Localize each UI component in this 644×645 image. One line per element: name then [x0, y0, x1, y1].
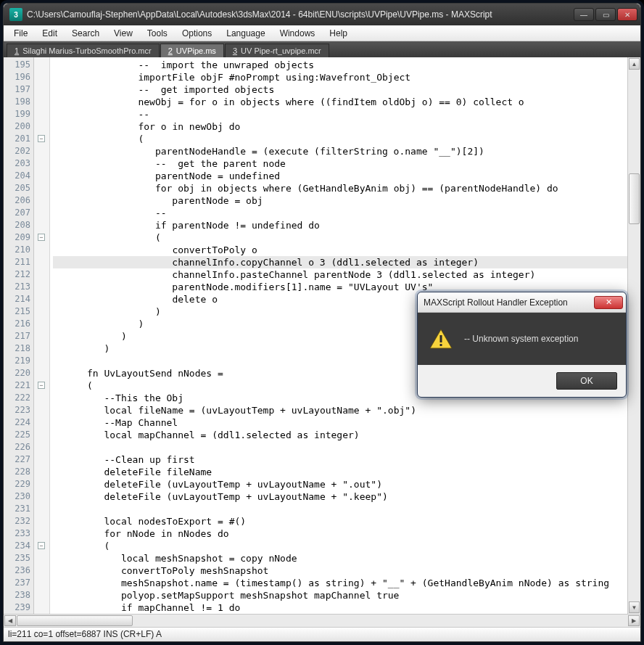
code-line[interactable]: for o in newObj do	[53, 120, 640, 133]
code-line[interactable]: --Map Channel	[53, 416, 640, 429]
tab-uvpipe-ms[interactable]: 2 UVPipe.ms	[160, 44, 224, 57]
app-icon: 3	[9, 8, 22, 21]
horizontal-scrollbar[interactable]: ◀ ▶	[4, 614, 640, 627]
code-line[interactable]: for nNode in nNodes do	[53, 527, 640, 540]
code-line[interactable]: local fileName = (uvLayoutTemp + uvLayou…	[53, 404, 640, 416]
vertical-scrollbar[interactable]: ▲ ▼	[627, 57, 640, 614]
code-line[interactable]: deleteFile fileName	[53, 466, 640, 478]
svg-rect-1	[440, 335, 442, 342]
fold-toggle[interactable]: −	[38, 382, 45, 389]
line-number: 226	[4, 441, 30, 453]
line-number: 230	[4, 490, 30, 503]
code-line[interactable]: convertToPoly meshSnapshot	[53, 564, 640, 577]
close-button[interactable]: ✕	[617, 8, 637, 21]
line-number: 223	[4, 404, 30, 416]
scroll-down-arrow-icon[interactable]: ▼	[629, 601, 640, 613]
code-line[interactable]: (	[53, 540, 640, 552]
titlebar: 3 C:\Users\Camouflaj-Stephen\AppData\Loc…	[4, 4, 640, 25]
menu-edit[interactable]: Edit	[35, 27, 65, 40]
line-number: 234	[4, 540, 30, 552]
code-line[interactable]: channelInfo.pasteChannel parentNode 3 (d…	[53, 268, 640, 281]
line-number: 196	[4, 71, 30, 83]
tab-uv-pipe-rt-uvpipe-mcr[interactable]: 3 UV Pipe-rt_uvpipe.mcr	[225, 44, 329, 57]
minimize-button[interactable]: —	[574, 8, 594, 21]
line-number: 239	[4, 601, 30, 614]
code-line[interactable]: importFile objF #noPrompt using:Wavefron…	[53, 71, 640, 83]
line-number: 202	[4, 145, 30, 157]
code-line[interactable]: polyop.setMapSupport meshSnapshot mapCha…	[53, 589, 640, 601]
code-line[interactable]: (	[53, 133, 640, 145]
menu-windows[interactable]: Windows	[273, 27, 323, 40]
code-line[interactable]: if mapChannel != 1 do	[53, 601, 640, 614]
code-line[interactable]: parentNodeHandle = (execute (filterStrin…	[53, 145, 640, 157]
code-line[interactable]: deleteFile (uvLayoutTemp + uvLayoutName …	[53, 490, 640, 503]
code-line[interactable]: --	[53, 207, 640, 219]
dialog-message: -- Unknown system exception	[464, 334, 578, 344]
code-line[interactable]: local mapChannel = (ddl1.selected as int…	[53, 429, 640, 441]
line-number: 217	[4, 330, 30, 342]
code-line[interactable]: -- get imported objects	[53, 83, 640, 96]
menu-file[interactable]: File	[7, 27, 35, 40]
vscroll-thumb[interactable]	[629, 173, 640, 224]
menu-language[interactable]: Language	[219, 27, 272, 40]
dialog-title: MAXScript Rollout Handler Exception	[424, 297, 594, 308]
line-number: 198	[4, 96, 30, 108]
line-number: 220	[4, 367, 30, 379]
hscroll-thumb[interactable]	[17, 615, 133, 626]
maximize-button[interactable]: ▭	[595, 8, 616, 21]
fold-toggle[interactable]: −	[38, 542, 45, 549]
code-line[interactable]	[53, 503, 640, 515]
line-number: 219	[4, 355, 30, 367]
line-number: 213	[4, 281, 30, 293]
menu-search[interactable]: Search	[65, 27, 107, 40]
line-number: 201	[4, 133, 30, 145]
tab-silaghi-marius-turbosmoothpro-mcr[interactable]: 1 Silaghi Marius-TurboSmoothPro.mcr	[7, 44, 160, 57]
code-line[interactable]: convertToPoly o	[53, 244, 640, 256]
line-number: 235	[4, 552, 30, 564]
fold-toggle[interactable]: −	[38, 234, 45, 241]
line-number: 218	[4, 342, 30, 355]
code-line[interactable]: --	[53, 108, 640, 120]
dialog-titlebar: MAXScript Rollout Handler Exception ✕	[418, 292, 626, 313]
line-number: 231	[4, 503, 30, 515]
line-number: 237	[4, 577, 30, 589]
dialog-close-button[interactable]: ✕	[594, 296, 623, 309]
menubar: FileEditSearchViewToolsOptionsLanguageWi…	[4, 25, 640, 41]
code-line[interactable]: local meshSnapshot = copy nNode	[53, 552, 640, 564]
error-dialog: MAXScript Rollout Handler Exception ✕ --…	[417, 292, 627, 398]
code-line[interactable]: -- get the parent node	[53, 157, 640, 170]
line-number: 228	[4, 466, 30, 478]
fold-margin: −−−−	[34, 57, 50, 614]
code-line[interactable]: --Clean up first	[53, 453, 640, 466]
line-number: 232	[4, 515, 30, 527]
ok-button[interactable]: OK	[556, 372, 617, 390]
code-line[interactable]	[53, 441, 640, 453]
line-number: 236	[4, 564, 30, 577]
dialog-footer: OK	[418, 365, 626, 397]
code-line[interactable]: (	[53, 231, 640, 244]
menu-view[interactable]: View	[107, 27, 140, 40]
menu-options[interactable]: Options	[175, 27, 219, 40]
menu-help[interactable]: Help	[322, 27, 355, 40]
scroll-right-arrow-icon[interactable]: ▶	[628, 615, 640, 626]
code-line[interactable]: parentNode = undefined	[53, 170, 640, 182]
code-line[interactable]: parentNode = obj	[53, 194, 640, 207]
code-line[interactable]: if parentNode != undefined do	[53, 219, 640, 231]
menu-tools[interactable]: Tools	[140, 27, 175, 40]
line-number: 212	[4, 268, 30, 281]
code-line[interactable]: -- import the unwraped objects	[53, 59, 640, 71]
line-number: 199	[4, 108, 30, 120]
line-number: 197	[4, 83, 30, 96]
scroll-left-arrow-icon[interactable]: ◀	[4, 615, 16, 626]
code-line[interactable]: channelInfo.copyChannel o 3 (ddl1.select…	[53, 256, 640, 268]
code-line[interactable]: local nodesToExport = #()	[53, 515, 640, 527]
code-line[interactable]: meshSnapshot.name = (timestamp() as stri…	[53, 577, 640, 589]
code-line[interactable]: deleteFile (uvLayoutTemp + uvLayoutName …	[53, 478, 640, 490]
line-number: 225	[4, 429, 30, 441]
fold-toggle[interactable]: −	[38, 135, 45, 142]
code-line[interactable]: newObj = for o in objects where ((findIt…	[53, 96, 640, 108]
code-line[interactable]: for obj in objects where (GetHandleByAni…	[53, 182, 640, 194]
line-number: 229	[4, 478, 30, 490]
scroll-up-arrow-icon[interactable]: ▲	[629, 58, 640, 70]
line-number: 205	[4, 182, 30, 194]
